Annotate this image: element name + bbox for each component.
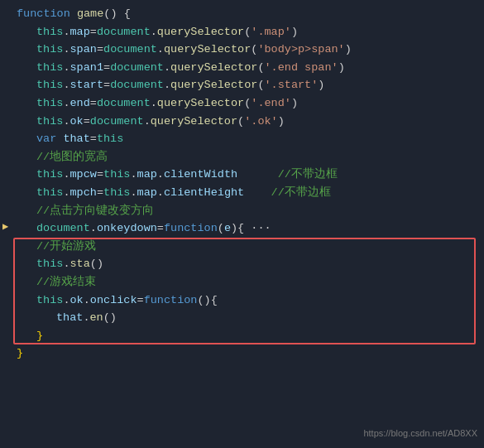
code-line: this.span=document.querySelector('body>p… <box>0 41 484 59</box>
code-line: this.ok.onclick=function(){ <box>0 291 484 310</box>
code-line: this.map=document.querySelector('.map') <box>0 23 484 41</box>
code-editor: function game() {this.map=document.query… <box>0 0 484 368</box>
code-line: this.end=document.querySelector('.end') <box>0 94 484 113</box>
code-line: //地图的宽高 <box>0 148 484 166</box>
code-line: //游戏结束 <box>0 273 484 291</box>
watermark: https://blog.csdn.net/AD8XX <box>363 426 477 441</box>
code-line: this.mpcw=this.map.clientWidth //不带边框 <box>0 166 484 184</box>
code-line: this.mpch=this.map.clientHeight //不带边框 <box>0 184 484 202</box>
code-line: ▶document.onkeydown=function(e){ ··· <box>0 219 484 238</box>
code-line: this.start=document.querySelector('.star… <box>0 76 484 94</box>
code-line: this.sta() <box>0 255 484 273</box>
code-line: } <box>0 327 484 345</box>
code-line: this.ok=document.querySelector('.ok') <box>0 113 484 131</box>
code-line: //点击方向键改变方向 <box>0 202 484 220</box>
code-line: that.en() <box>0 309 484 327</box>
code-line: this.span1=document.querySelector('.end … <box>0 59 484 77</box>
code-line: var that=this <box>0 130 484 148</box>
code-line: //开始游戏 <box>0 238 484 256</box>
code-line: function game() { <box>0 5 484 23</box>
code-line: } <box>0 344 484 363</box>
